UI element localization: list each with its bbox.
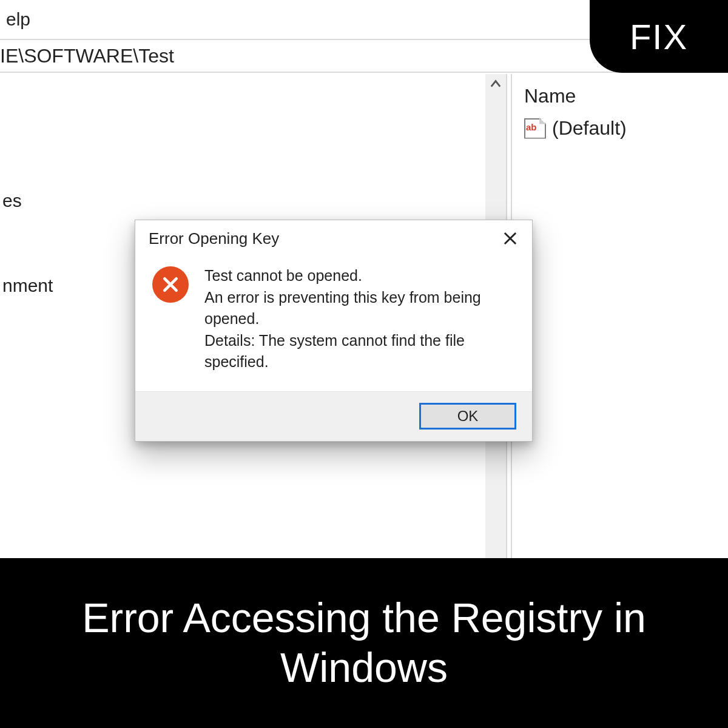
reg-string-icon: ab — [524, 118, 546, 139]
dialog-body: Test cannot be opened. An error is preve… — [135, 257, 532, 391]
caption-text: Error Accessing the Registry in Windows — [36, 593, 692, 692]
value-name: (Default) — [552, 117, 627, 140]
value-row-default[interactable]: ab (Default) — [524, 117, 716, 140]
error-dialog: Error Opening Key Test cannot be opened.… — [135, 220, 533, 442]
dialog-title-text: Error Opening Key — [149, 229, 279, 248]
dialog-titlebar[interactable]: Error Opening Key — [135, 220, 532, 257]
dialog-action-bar: OK — [135, 391, 532, 441]
fix-badge: FIX — [590, 0, 728, 73]
dialog-line-3: Details: The system cannot find the file… — [204, 330, 515, 373]
scroll-up-button[interactable] — [485, 74, 506, 95]
column-header-name[interactable]: Name — [524, 85, 716, 107]
fix-badge-label: FIX — [630, 16, 688, 57]
chevron-up-icon — [490, 79, 501, 90]
tree-item[interactable]: nment — [0, 274, 55, 297]
caption-bar: Error Accessing the Registry in Windows — [0, 558, 728, 728]
dialog-line-1: Test cannot be opened. — [204, 265, 515, 287]
address-path: IE\SOFTWARE\Test — [0, 45, 174, 67]
dialog-message: Test cannot be opened. An error is preve… — [204, 265, 515, 373]
close-icon — [502, 231, 518, 246]
menu-help[interactable]: elp — [0, 7, 36, 32]
error-icon — [152, 266, 189, 303]
dialog-close-button[interactable] — [497, 225, 524, 252]
values-pane[interactable]: Name ab (Default) — [512, 74, 728, 558]
tree-item[interactable]: es — [0, 189, 24, 212]
ok-button[interactable]: OK — [419, 403, 516, 430]
dialog-line-2: An error is preventing this key from bei… — [204, 287, 515, 330]
